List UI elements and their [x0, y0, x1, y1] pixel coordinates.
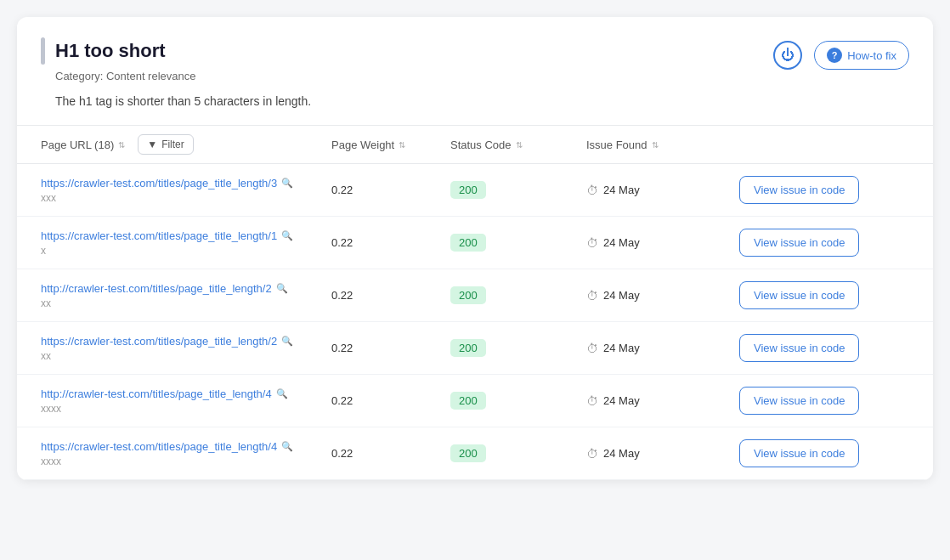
sort-status-icon[interactable]: ⇅ [516, 140, 523, 150]
calendar-icon: ⏱ [586, 394, 598, 408]
search-icon: 🔍 [276, 388, 288, 399]
url-link[interactable]: https://crawler-test.com/titles/page_tit… [41, 440, 331, 453]
filter-button[interactable]: ▼ Filter [138, 134, 194, 155]
url-cell: https://crawler-test.com/titles/page_tit… [41, 335, 331, 362]
url-preview: x [41, 245, 331, 257]
date-label: 24 May [603, 342, 640, 354]
url-link[interactable]: http://crawler-test.com/titles/page_titl… [41, 282, 331, 295]
description-text: The h1 tag is shorter than 5 characters … [55, 94, 311, 108]
status-badge: 200 [450, 286, 486, 304]
action-cell: View issue in code [739, 229, 909, 257]
date-label: 24 May [603, 289, 640, 302]
calendar-icon: ⏱ [586, 342, 598, 355]
url-preview: xx [41, 297, 331, 309]
url-cell: https://crawler-test.com/titles/page_tit… [41, 177, 331, 204]
date-cell: ⏱ 24 May [586, 447, 739, 461]
refresh-icon[interactable]: ⏻ [773, 41, 802, 70]
url-preview: xx [41, 350, 331, 362]
search-icon: 🔍 [281, 230, 293, 241]
action-cell: View issue in code [739, 334, 909, 362]
url-cell: http://crawler-test.com/titles/page_titl… [41, 282, 331, 309]
col-header-actions [739, 134, 909, 155]
header-right: ⏻ ? How-to fix [773, 41, 909, 70]
page-title: H1 too short [55, 40, 166, 62]
search-icon: 🔍 [276, 283, 288, 294]
action-cell: View issue in code [739, 281, 909, 309]
view-issue-button[interactable]: View issue in code [739, 176, 859, 204]
status-badge: 200 [450, 234, 486, 252]
url-cell: https://crawler-test.com/titles/page_tit… [41, 229, 331, 257]
view-issue-button[interactable]: View issue in code [739, 281, 859, 309]
url-cell: http://crawler-test.com/titles/page_titl… [41, 387, 331, 415]
page-weight: 0.22 [331, 236, 450, 249]
view-issue-button[interactable]: View issue in code [739, 439, 859, 467]
col-header-weight: Page Weight ⇅ [331, 134, 450, 155]
col-url-label: Page URL (18) [41, 139, 114, 151]
url-link[interactable]: http://crawler-test.com/titles/page_titl… [41, 387, 331, 400]
status-cell: 200 [450, 181, 586, 199]
status-cell: 200 [450, 286, 586, 304]
filter-label: Filter [161, 139, 184, 150]
url-link[interactable]: https://crawler-test.com/titles/page_tit… [41, 177, 331, 189]
status-badge: 200 [450, 392, 486, 410]
sort-weight-icon[interactable]: ⇅ [399, 140, 405, 150]
view-issue-button[interactable]: View issue in code [739, 334, 859, 362]
calendar-icon: ⏱ [586, 447, 598, 461]
how-to-fix-label: How-to fix [847, 49, 896, 62]
view-issue-button[interactable]: View issue in code [739, 229, 859, 257]
date-cell: ⏱ 24 May [586, 236, 739, 250]
col-header-found: Issue Found ⇅ [586, 134, 739, 155]
status-cell: 200 [450, 339, 586, 357]
url-link[interactable]: https://crawler-test.com/titles/page_tit… [41, 229, 331, 242]
date-label: 24 May [603, 394, 640, 407]
main-card: H1 too short Category: Content relevance… [17, 17, 933, 480]
date-cell: ⏱ 24 May [586, 394, 739, 408]
calendar-icon: ⏱ [586, 236, 598, 250]
page-weight: 0.22 [331, 342, 450, 354]
header-section: H1 too short Category: Content relevance… [17, 17, 933, 126]
action-cell: View issue in code [739, 176, 909, 204]
date-label: 24 May [603, 447, 640, 460]
action-cell: View issue in code [739, 439, 909, 467]
date-cell: ⏱ 24 May [586, 289, 739, 303]
status-badge: 200 [450, 444, 486, 462]
col-found-label: Issue Found [586, 139, 647, 151]
title-accent-bar [41, 37, 45, 65]
date-label: 24 May [603, 184, 640, 196]
table-row: https://crawler-test.com/titles/page_tit… [17, 217, 933, 269]
page-weight: 0.22 [331, 394, 450, 407]
status-badge: 200 [450, 339, 486, 357]
table-row: https://crawler-test.com/titles/page_tit… [17, 427, 933, 480]
page-weight: 0.22 [331, 447, 450, 460]
table-row: http://crawler-test.com/titles/page_titl… [17, 375, 933, 427]
col-weight-label: Page Weight [331, 139, 394, 151]
table-row: https://crawler-test.com/titles/page_tit… [17, 322, 933, 375]
header-left: H1 too short Category: Content relevance… [41, 37, 311, 108]
how-to-fix-button[interactable]: ? How-to fix [814, 41, 909, 70]
filter-icon: ▼ [147, 139, 157, 150]
col-header-status: Status Code ⇅ [450, 134, 586, 155]
table-body: https://crawler-test.com/titles/page_tit… [17, 164, 933, 480]
status-badge: 200 [450, 181, 486, 199]
page-weight: 0.22 [331, 289, 450, 302]
url-cell: https://crawler-test.com/titles/page_tit… [41, 440, 331, 467]
sort-url-icon[interactable]: ⇅ [118, 140, 125, 150]
status-cell: 200 [450, 234, 586, 252]
action-cell: View issue in code [739, 387, 909, 415]
table-header: Page URL (18) ⇅ ▼ Filter Page Weight ⇅ S… [17, 126, 933, 164]
date-cell: ⏱ 24 May [586, 342, 739, 355]
url-preview: xxxx [41, 455, 331, 467]
table-row: http://crawler-test.com/titles/page_titl… [17, 269, 933, 322]
col-status-label: Status Code [450, 139, 512, 151]
status-cell: 200 [450, 392, 586, 410]
table-row: https://crawler-test.com/titles/page_tit… [17, 164, 933, 217]
title-row: H1 too short [41, 37, 311, 65]
search-icon: 🔍 [281, 441, 293, 452]
sort-found-icon[interactable]: ⇅ [652, 140, 659, 150]
view-issue-button[interactable]: View issue in code [739, 387, 859, 415]
help-icon: ? [827, 48, 842, 63]
calendar-icon: ⏱ [586, 184, 598, 197]
url-preview: xxxx [41, 403, 331, 415]
page-weight: 0.22 [331, 184, 450, 196]
url-link[interactable]: https://crawler-test.com/titles/page_tit… [41, 335, 331, 348]
